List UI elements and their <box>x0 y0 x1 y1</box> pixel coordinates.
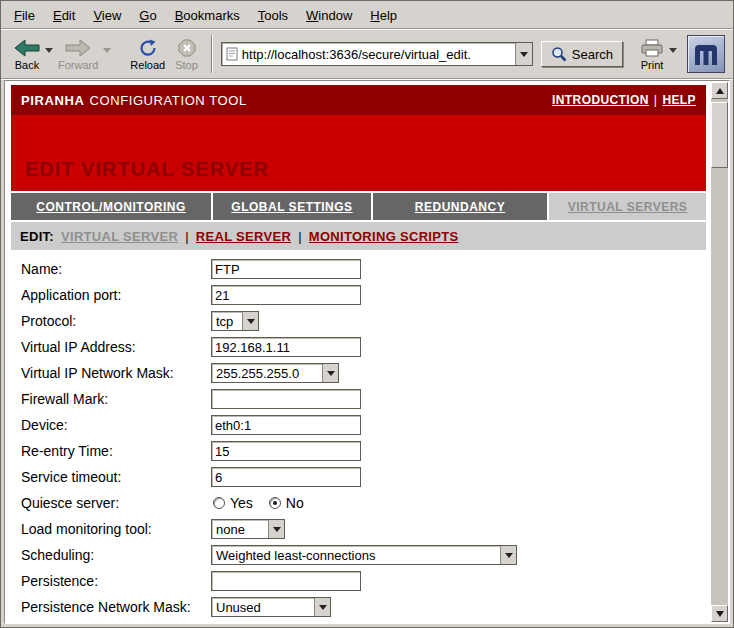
tab-global-settings[interactable]: GLOBAL SETTINGS <box>213 193 371 220</box>
tab-control-monitoring[interactable]: CONTROL/MONITORING <box>11 193 211 220</box>
toolbar-separator <box>211 35 213 73</box>
back-history-dropdown[interactable] <box>45 48 53 53</box>
mozilla-m-icon <box>693 43 719 65</box>
forward-history-dropdown[interactable] <box>103 48 111 53</box>
url-dropdown-button[interactable] <box>515 43 532 65</box>
row-scheduling: Scheduling: Weighted least-connections <box>11 542 706 568</box>
menu-go[interactable]: Go <box>130 3 165 28</box>
vip-netmask-select[interactable]: 255.255.255.0 <box>211 363 339 383</box>
name-input[interactable] <box>211 259 361 279</box>
field-label: Virtual IP Network Mask: <box>11 365 211 381</box>
menu-tools[interactable]: Tools <box>249 3 297 28</box>
radio-option-no[interactable]: No <box>269 495 304 511</box>
field-label: Persistence: <box>11 573 211 589</box>
link-introduction[interactable]: INTRODUCTION <box>552 93 649 107</box>
subnav-current-virtual-server: VIRTUAL SERVER <box>61 229 178 244</box>
row-protocol: Protocol: tcp <box>11 308 706 334</box>
field-label: Application port: <box>11 287 211 303</box>
radio-option-yes[interactable]: Yes <box>213 495 253 511</box>
scheduling-select[interactable]: Weighted least-connections <box>211 545 517 565</box>
row-vip-netmask: Virtual IP Network Mask: 255.255.255.0 <box>11 360 706 386</box>
page-proxy-icon[interactable] <box>226 47 238 61</box>
service-timeout-input[interactable] <box>211 467 361 487</box>
browser-window: File Edit View Go Bookmarks Tools Window… <box>0 0 734 628</box>
field-label: Protocol: <box>11 313 211 329</box>
reload-icon <box>138 39 158 57</box>
protocol-select[interactable]: tcp <box>211 311 259 331</box>
row-persistence: Persistence: <box>11 568 706 594</box>
scrollbar-track[interactable] <box>711 82 728 622</box>
subnav-separator: | <box>185 229 189 244</box>
navigation-toolbar: Back Forward Reload <box>1 30 733 79</box>
menu-edit[interactable]: Edit <box>44 3 84 28</box>
load-monitoring-select[interactable]: none <box>211 519 285 539</box>
chevron-down-icon[interactable] <box>314 598 330 616</box>
chevron-down-icon[interactable] <box>322 364 338 382</box>
print-button[interactable]: Print <box>635 36 669 72</box>
tab-strip: CONTROL/MONITORING GLOBAL SETTINGS REDUN… <box>11 193 706 220</box>
persistence-input[interactable] <box>211 571 361 591</box>
header-link-separator: | <box>654 93 658 107</box>
scrollbar-thumb[interactable] <box>711 102 728 168</box>
back-label: Back <box>15 59 39 71</box>
back-arrow-icon <box>14 39 40 57</box>
row-firewall-mark: Firewall Mark: <box>11 386 706 412</box>
link-real-server[interactable]: REAL SERVER <box>196 229 291 244</box>
field-label: Quiesce server: <box>11 495 211 511</box>
print-label: Print <box>641 59 664 71</box>
forward-label: Forward <box>58 59 98 71</box>
search-button[interactable]: Search <box>541 41 623 67</box>
mozilla-logo[interactable] <box>687 35 725 73</box>
chevron-down-icon[interactable] <box>500 546 516 564</box>
menu-view[interactable]: View <box>84 3 130 28</box>
menu-window[interactable]: Window <box>297 3 361 28</box>
menu-help[interactable]: Help <box>361 3 406 28</box>
subnav-prefix: EDIT: <box>20 229 54 244</box>
field-label: Device: <box>11 417 211 433</box>
print-dropdown[interactable] <box>669 48 677 53</box>
radio-no[interactable] <box>269 497 281 509</box>
menu-bookmarks[interactable]: Bookmarks <box>166 3 249 28</box>
url-bar <box>221 42 533 66</box>
device-input[interactable] <box>211 415 361 435</box>
field-label: Firewall Mark: <box>11 391 211 407</box>
scrollbar-up-button[interactable] <box>711 82 728 99</box>
stop-button[interactable]: Stop <box>170 36 203 72</box>
row-persistence-netmask: Persistence Network Mask: Unused <box>11 594 706 620</box>
search-label: Search <box>572 47 613 62</box>
radio-yes[interactable] <box>213 497 225 509</box>
virtual-ip-input[interactable] <box>211 337 361 357</box>
link-help[interactable]: HELP <box>662 93 696 107</box>
field-label: Re-entry Time: <box>11 443 211 459</box>
field-label: Service timeout: <box>11 469 211 485</box>
firewall-mark-input[interactable] <box>211 389 361 409</box>
page-banner: EDIT VIRTUAL SERVER <box>11 115 706 191</box>
row-application-port: Application port: <box>11 282 706 308</box>
stop-icon <box>178 39 196 57</box>
application-port-input[interactable] <box>211 285 361 305</box>
persistence-netmask-select[interactable]: Unused <box>211 597 331 617</box>
row-reentry-time: Re-entry Time: <box>11 438 706 464</box>
scrollbar-down-button[interactable] <box>711 605 728 622</box>
tab-virtual-servers[interactable]: VIRTUAL SERVERS <box>549 193 706 220</box>
row-load-monitoring: Load monitoring tool: none <box>11 516 706 542</box>
menu-file[interactable]: File <box>5 3 44 28</box>
chevron-down-icon[interactable] <box>242 312 258 330</box>
back-button[interactable]: Back <box>9 36 45 72</box>
field-label: Name: <box>11 261 211 277</box>
reload-button[interactable]: Reload <box>125 36 170 72</box>
tab-redundancy[interactable]: REDUNDANCY <box>373 193 547 220</box>
row-name: Name: <box>11 256 706 282</box>
quiesce-radio-group: Yes No <box>211 495 304 511</box>
field-label: Persistence Network Mask: <box>11 599 211 615</box>
piranha-page: PIRANHACONFIGURATION TOOL INTRODUCTION |… <box>6 82 711 622</box>
page-title: EDIT VIRTUAL SERVER <box>25 158 269 181</box>
field-label: Virtual IP Address: <box>11 339 211 355</box>
search-icon <box>551 46 567 62</box>
link-monitoring-scripts[interactable]: MONITORING SCRIPTS <box>309 229 459 244</box>
chevron-down-icon[interactable] <box>268 520 284 538</box>
row-quiesce-server: Quiesce server: Yes No <box>11 490 706 516</box>
forward-button[interactable]: Forward <box>53 36 103 72</box>
reentry-time-input[interactable] <box>211 441 361 461</box>
url-input[interactable] <box>242 43 515 65</box>
